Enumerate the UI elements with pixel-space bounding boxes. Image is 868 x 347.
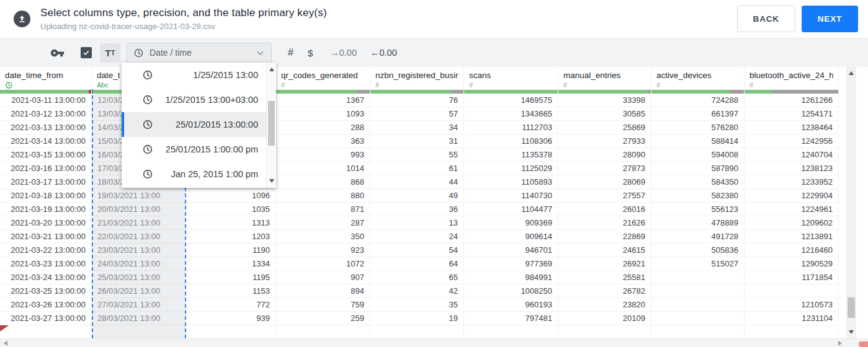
table-cell: 19/03/2021 13:00 xyxy=(92,189,186,202)
column-type-label-text: # xyxy=(656,81,660,89)
vertical-scrollbar-thumb[interactable] xyxy=(848,297,855,318)
table-cell xyxy=(651,298,745,311)
column-name: active_devices xyxy=(656,71,739,80)
scroll-down-arrow-icon[interactable] xyxy=(269,179,274,183)
table-cell: 1072 xyxy=(276,257,370,270)
column-type-label: # xyxy=(563,81,646,89)
column-type-label: # xyxy=(749,81,833,89)
table-cell: 1135378 xyxy=(464,148,558,161)
table-cell: 939 xyxy=(186,312,276,325)
table-cell: 1242956 xyxy=(745,134,839,147)
table-cell: 22/03/2021 13:00 xyxy=(92,230,186,243)
text-type-button[interactable]: TT xyxy=(100,43,120,63)
decrease-decimals-button[interactable]: →0.00 xyxy=(330,48,357,58)
table-cell: 871 xyxy=(276,203,370,216)
dropdown-scrollbar[interactable] xyxy=(266,63,276,188)
dropdown-option[interactable]: 1/25/2015 13:00+03:00 xyxy=(122,87,266,112)
scroll-right-arrow-icon[interactable] xyxy=(838,341,842,346)
scroll-left-arrow-icon[interactable] xyxy=(4,341,7,346)
column-header-bluetooth_active_24_hr_[interactable]: bluetooth_active_24_hr_# xyxy=(745,67,839,90)
scroll-up-arrow-icon[interactable] xyxy=(849,71,854,75)
table-cell: 25869 xyxy=(558,121,651,134)
column-name: qr_codes_generated xyxy=(281,71,365,80)
table-cell: 23/03/2021 13:00 xyxy=(92,244,186,257)
dropdown-option-label: 1/25/2015 13:00+03:00 xyxy=(153,95,266,105)
currency-type-button[interactable]: $ xyxy=(308,48,313,58)
clock-icon xyxy=(133,48,144,58)
table-row: 2021-03-25 13:00:0026/03/2021 13:0011538… xyxy=(0,284,839,298)
table-row: 2021-03-26 13:00:0027/03/2021 13:0077275… xyxy=(0,298,839,312)
dropdown-scrollbar-thumb[interactable] xyxy=(268,101,275,146)
increase-decimals-button[interactable]: ←0.00 xyxy=(370,48,397,58)
table-cell: 76 xyxy=(370,94,464,107)
table-cell: 478889 xyxy=(651,216,745,229)
dropdown-option[interactable]: 1/25/2015 13:00 xyxy=(122,63,266,87)
vertical-scrollbar[interactable] xyxy=(846,67,856,338)
column-header-scans[interactable]: scans# xyxy=(464,67,558,90)
table-cell: 57 xyxy=(370,107,464,120)
table-cell: 1209602 xyxy=(745,216,839,229)
table-cell: 288 xyxy=(276,121,370,134)
table-cell: 28090 xyxy=(558,148,651,161)
table-cell: 49 xyxy=(370,189,464,202)
table-cell: 2021-03-27 13:00:00 xyxy=(0,312,92,325)
column-header-active_devices[interactable]: active_devices# xyxy=(651,67,745,90)
table-cell xyxy=(0,325,92,338)
table-cell: 33398 xyxy=(558,94,651,107)
table-cell: 1290529 xyxy=(745,257,839,270)
table-cell xyxy=(276,325,370,338)
table-cell: 54 xyxy=(370,244,464,257)
column-type-select[interactable]: Date / time xyxy=(127,43,272,63)
primary-key-icon[interactable] xyxy=(50,46,65,60)
table-cell: 1014 xyxy=(276,162,370,175)
back-button[interactable]: BACK xyxy=(737,6,795,32)
dropdown-option[interactable]: 25/01/2015 1:00:00 pm xyxy=(122,137,266,162)
clock-icon xyxy=(142,119,153,130)
table-cell: 1240704 xyxy=(745,148,839,161)
number-type-button[interactable]: # xyxy=(288,47,293,58)
table-cell: 61 xyxy=(370,162,464,175)
table-cell: 363 xyxy=(276,134,370,147)
table-cell xyxy=(464,325,558,338)
table-cell: 22869 xyxy=(558,230,651,243)
table-cell: 1153 xyxy=(186,284,276,297)
table-cell: 24 xyxy=(370,230,464,243)
table-cell xyxy=(370,325,464,338)
dropdown-option-label: Jan 25, 2015 1:00 pm xyxy=(153,169,266,179)
table-cell: 1254171 xyxy=(745,107,839,120)
table-cell: 1008250 xyxy=(464,284,558,297)
table-cell: 1108306 xyxy=(464,134,558,147)
table-cell: 661397 xyxy=(651,107,745,120)
column-header-date_time_from[interactable]: date_time_from xyxy=(0,67,92,90)
dropdown-option[interactable]: 25/01/2015 13:00:00 xyxy=(122,112,266,137)
table-cell: 993 xyxy=(276,148,370,161)
column-header-manual_entries[interactable]: manual_entries# xyxy=(558,67,651,90)
horizontal-scrollbar[interactable] xyxy=(0,338,868,347)
table-cell: 772 xyxy=(186,298,276,311)
scroll-up-arrow-icon[interactable] xyxy=(269,68,274,71)
table-cell: 36 xyxy=(370,203,464,216)
column-header-nzbn_registered_busine[interactable]: nzbn_registered_busine# xyxy=(370,67,464,90)
column-type-label-text: # xyxy=(281,81,285,89)
table-cell: 23820 xyxy=(558,298,651,311)
table-cell: 505836 xyxy=(651,244,745,257)
scroll-down-arrow-icon[interactable] xyxy=(849,330,854,334)
table-cell xyxy=(745,325,839,338)
topbar: Select columns type, precision, and the … xyxy=(0,0,868,38)
table-cell: 2021-03-11 13:00:00 xyxy=(0,94,92,107)
dropdown-option[interactable]: Jan 25, 2015 1:00 pm xyxy=(122,162,266,187)
table-cell: 20/03/2021 13:00 xyxy=(92,203,186,216)
table-cell: 907 xyxy=(276,271,370,284)
column-header-qr_codes_generated[interactable]: qr_codes_generated# xyxy=(276,67,370,90)
table-cell xyxy=(651,271,745,284)
table-row: 2021-03-23 13:00:0024/03/2021 13:0013341… xyxy=(0,257,839,271)
table-cell: 946701 xyxy=(464,244,558,257)
table-cell: 21626 xyxy=(558,216,651,229)
table-cell: 1231104 xyxy=(745,312,839,325)
table-cell: 55 xyxy=(370,148,464,161)
table-cell: 556123 xyxy=(651,203,745,216)
next-button[interactable]: NEXT xyxy=(802,6,858,32)
table-row: 2021-03-22 13:00:0023/03/2021 13:0011909… xyxy=(0,244,839,257)
table-cell: 31 xyxy=(370,134,464,147)
boolean-type-checkbox[interactable] xyxy=(81,47,92,58)
